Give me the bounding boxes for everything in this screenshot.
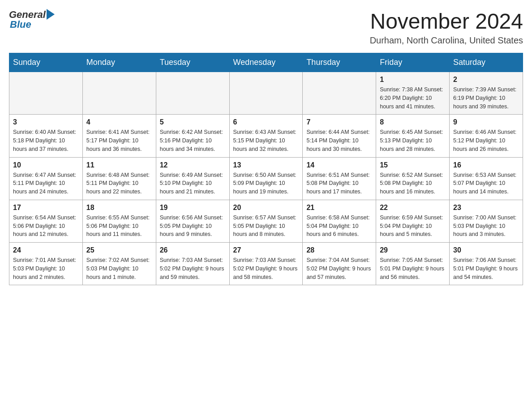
calendar-header-monday: Monday [82,53,156,72]
calendar-cell [303,72,376,115]
day-number: 2 [453,76,519,84]
calendar-header-friday: Friday [376,53,450,72]
day-number: 3 [13,118,79,126]
day-info: Sunrise: 6:55 AM Sunset: 5:06 PM Dayligh… [86,214,152,239]
day-number: 12 [160,161,226,169]
day-info: Sunrise: 7:03 AM Sunset: 5:02 PM Dayligh… [160,256,226,281]
day-number: 26 [160,246,226,254]
calendar-table: SundayMondayTuesdayWednesdayThursdayFrid… [9,53,523,285]
day-info: Sunrise: 7:38 AM Sunset: 6:20 PM Dayligh… [380,86,446,111]
day-number: 8 [380,118,446,126]
calendar-cell: 8Sunrise: 6:45 AM Sunset: 5:13 PM Daylig… [376,115,450,157]
day-info: Sunrise: 7:04 AM Sunset: 5:02 PM Dayligh… [306,256,372,281]
day-number: 5 [160,118,226,126]
calendar-cell: 1Sunrise: 7:38 AM Sunset: 6:20 PM Daylig… [376,72,450,115]
day-number: 25 [86,246,152,254]
day-number: 6 [233,118,299,126]
day-number: 1 [380,76,446,84]
calendar-week-row-1: 1Sunrise: 7:38 AM Sunset: 6:20 PM Daylig… [9,72,523,115]
day-number: 18 [86,204,152,212]
logo-blue-text: Blue [9,19,31,30]
calendar-cell: 5Sunrise: 6:42 AM Sunset: 5:16 PM Daylig… [156,115,229,157]
calendar-cell: 25Sunrise: 7:02 AM Sunset: 5:03 PM Dayli… [82,243,156,285]
day-info: Sunrise: 7:01 AM Sunset: 5:03 PM Dayligh… [13,256,79,281]
month-title: November 2024 [370,9,523,34]
day-number: 13 [233,161,299,169]
day-number: 4 [86,118,152,126]
day-info: Sunrise: 6:46 AM Sunset: 5:12 PM Dayligh… [453,128,519,153]
calendar-cell: 2Sunrise: 7:39 AM Sunset: 6:19 PM Daylig… [450,72,523,115]
calendar-cell: 18Sunrise: 6:55 AM Sunset: 5:06 PM Dayli… [82,200,156,242]
day-info: Sunrise: 7:39 AM Sunset: 6:19 PM Dayligh… [453,86,519,111]
calendar-header-thursday: Thursday [303,53,376,72]
calendar-cell: 20Sunrise: 6:57 AM Sunset: 5:05 PM Dayli… [229,200,303,242]
calendar-cell: 14Sunrise: 6:51 AM Sunset: 5:08 PM Dayli… [303,157,376,200]
calendar-cell: 12Sunrise: 6:49 AM Sunset: 5:10 PM Dayli… [156,157,229,200]
page-header: General Blue November 2024 Durham, North… [9,9,523,46]
calendar-week-row-5: 24Sunrise: 7:01 AM Sunset: 5:03 PM Dayli… [9,243,523,285]
calendar-cell: 9Sunrise: 6:46 AM Sunset: 5:12 PM Daylig… [450,115,523,157]
day-info: Sunrise: 6:48 AM Sunset: 5:11 PM Dayligh… [86,171,152,196]
day-number: 20 [233,204,299,212]
calendar-cell: 13Sunrise: 6:50 AM Sunset: 5:09 PM Dayli… [229,157,303,200]
location-text: Durham, North Carolina, United States [370,35,523,46]
day-number: 30 [453,246,519,254]
calendar-cell: 28Sunrise: 7:04 AM Sunset: 5:02 PM Dayli… [303,243,376,285]
day-number: 22 [380,204,446,212]
day-info: Sunrise: 6:50 AM Sunset: 5:09 PM Dayligh… [233,171,299,196]
day-number: 27 [233,246,299,254]
day-info: Sunrise: 7:00 AM Sunset: 5:03 PM Dayligh… [453,214,519,239]
day-number: 16 [453,161,519,169]
day-info: Sunrise: 6:45 AM Sunset: 5:13 PM Dayligh… [380,128,446,153]
calendar-header-saturday: Saturday [450,53,523,72]
day-number: 14 [306,161,372,169]
calendar-week-row-2: 3Sunrise: 6:40 AM Sunset: 5:18 PM Daylig… [9,115,523,157]
day-number: 19 [160,204,226,212]
day-number: 9 [453,118,519,126]
day-info: Sunrise: 6:58 AM Sunset: 5:04 PM Dayligh… [306,214,372,239]
logo: General Blue [9,9,55,30]
day-number: 10 [13,161,79,169]
day-info: Sunrise: 6:54 AM Sunset: 5:06 PM Dayligh… [13,214,79,239]
calendar-cell: 30Sunrise: 7:06 AM Sunset: 5:01 PM Dayli… [450,243,523,285]
calendar-cell: 22Sunrise: 6:59 AM Sunset: 5:04 PM Dayli… [376,200,450,242]
day-number: 7 [306,118,372,126]
calendar-cell: 17Sunrise: 6:54 AM Sunset: 5:06 PM Dayli… [9,200,83,242]
calendar-header-row: SundayMondayTuesdayWednesdayThursdayFrid… [9,53,523,72]
calendar-cell: 11Sunrise: 6:48 AM Sunset: 5:11 PM Dayli… [82,157,156,200]
calendar-header-sunday: Sunday [9,53,83,72]
calendar-cell: 16Sunrise: 6:53 AM Sunset: 5:07 PM Dayli… [450,157,523,200]
day-info: Sunrise: 6:44 AM Sunset: 5:14 PM Dayligh… [306,128,372,153]
calendar-cell: 27Sunrise: 7:03 AM Sunset: 5:02 PM Dayli… [229,243,303,285]
day-info: Sunrise: 6:51 AM Sunset: 5:08 PM Dayligh… [306,171,372,196]
title-section: November 2024 Durham, North Carolina, Un… [370,9,523,46]
day-info: Sunrise: 6:52 AM Sunset: 5:08 PM Dayligh… [380,171,446,196]
calendar-cell: 7Sunrise: 6:44 AM Sunset: 5:14 PM Daylig… [303,115,376,157]
day-number: 21 [306,204,372,212]
calendar-cell: 29Sunrise: 7:05 AM Sunset: 5:01 PM Dayli… [376,243,450,285]
calendar-cell: 19Sunrise: 6:56 AM Sunset: 5:05 PM Dayli… [156,200,229,242]
calendar-cell: 10Sunrise: 6:47 AM Sunset: 5:11 PM Dayli… [9,157,83,200]
day-info: Sunrise: 6:43 AM Sunset: 5:15 PM Dayligh… [233,128,299,153]
day-number: 28 [306,246,372,254]
day-number: 24 [13,246,79,254]
calendar-cell: 23Sunrise: 7:00 AM Sunset: 5:03 PM Dayli… [450,200,523,242]
calendar-cell: 6Sunrise: 6:43 AM Sunset: 5:15 PM Daylig… [229,115,303,157]
day-info: Sunrise: 7:06 AM Sunset: 5:01 PM Dayligh… [453,256,519,281]
calendar-week-row-4: 17Sunrise: 6:54 AM Sunset: 5:06 PM Dayli… [9,200,523,242]
calendar-header-wednesday: Wednesday [229,53,303,72]
day-number: 23 [453,204,519,212]
day-info: Sunrise: 7:05 AM Sunset: 5:01 PM Dayligh… [380,256,446,281]
calendar-week-row-3: 10Sunrise: 6:47 AM Sunset: 5:11 PM Dayli… [9,157,523,200]
day-number: 15 [380,161,446,169]
day-info: Sunrise: 6:56 AM Sunset: 5:05 PM Dayligh… [160,214,226,239]
calendar-header-tuesday: Tuesday [156,53,229,72]
calendar-cell: 3Sunrise: 6:40 AM Sunset: 5:18 PM Daylig… [9,115,83,157]
day-info: Sunrise: 6:41 AM Sunset: 5:17 PM Dayligh… [86,128,152,153]
day-info: Sunrise: 6:59 AM Sunset: 5:04 PM Dayligh… [380,214,446,239]
day-info: Sunrise: 6:47 AM Sunset: 5:11 PM Dayligh… [13,171,79,196]
calendar-cell [82,72,156,115]
day-number: 29 [380,246,446,254]
day-info: Sunrise: 7:03 AM Sunset: 5:02 PM Dayligh… [233,256,299,281]
day-info: Sunrise: 6:42 AM Sunset: 5:16 PM Dayligh… [160,128,226,153]
